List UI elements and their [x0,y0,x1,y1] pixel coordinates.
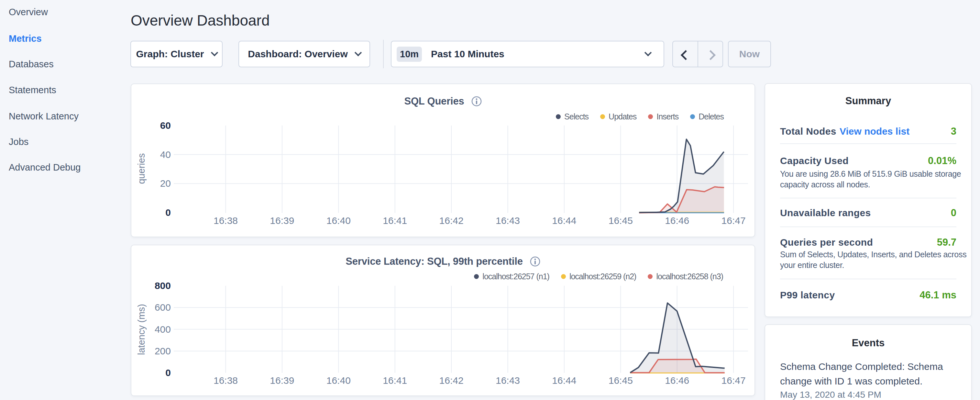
svg-text:16:42: 16:42 [439,215,464,226]
svg-text:16:39: 16:39 [270,215,294,226]
svg-text:16:47: 16:47 [721,375,746,386]
svg-text:16:40: 16:40 [326,215,351,226]
svg-text:40: 40 [160,149,171,160]
svg-text:16:43: 16:43 [496,215,520,226]
svg-text:16:44: 16:44 [552,215,576,226]
svg-text:queries: queries [136,153,146,184]
svg-text:16:42: 16:42 [439,375,464,386]
svg-text:16:38: 16:38 [213,215,238,226]
svg-text:16:40: 16:40 [326,375,351,386]
svg-text:16:46: 16:46 [665,375,689,386]
svg-text:200: 200 [155,346,171,356]
svg-text:0: 0 [165,367,171,378]
svg-text:20: 20 [160,178,171,189]
svg-text:16:43: 16:43 [496,375,520,386]
svg-text:16:47: 16:47 [721,215,746,226]
svg-text:16:41: 16:41 [383,375,407,386]
svg-text:60: 60 [160,120,171,131]
svg-text:16:46: 16:46 [665,215,689,226]
svg-text:16:39: 16:39 [270,375,294,386]
svg-text:16:41: 16:41 [383,215,407,226]
svg-text:800: 800 [155,280,171,291]
svg-text:600: 600 [155,302,171,312]
svg-text:16:45: 16:45 [609,375,633,386]
svg-text:400: 400 [155,324,171,335]
svg-text:16:45: 16:45 [609,215,633,226]
svg-text:16:44: 16:44 [552,375,576,386]
svg-text:0: 0 [165,207,171,218]
svg-text:latency (ms): latency (ms) [136,304,146,355]
svg-text:16:38: 16:38 [213,375,238,386]
